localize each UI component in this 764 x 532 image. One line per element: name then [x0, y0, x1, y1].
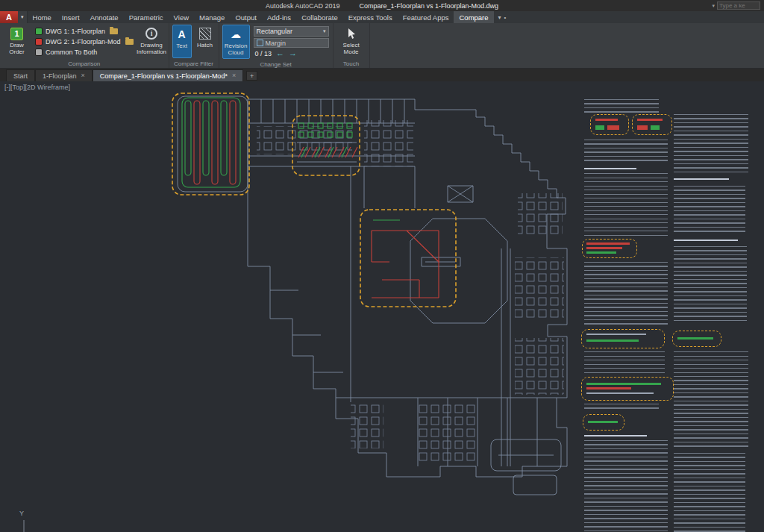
revision-cloud-marker[interactable]	[590, 114, 629, 135]
added-text-mark	[588, 421, 618, 423]
drawing-canvas[interactable]: [-][Top][2D Wireframe]	[0, 81, 764, 532]
menu-tab-compare[interactable]: Compare	[454, 11, 493, 23]
dwg2-label: DWG 2: 1-Floorplan-Mod	[46, 38, 121, 46]
revision-cloud-marker[interactable]	[581, 329, 665, 348]
previous-change-button[interactable]: ←	[276, 49, 284, 57]
menu-tab-annotate[interactable]: Annotate	[85, 11, 124, 23]
menu-tab-addins[interactable]: Add-ins	[262, 11, 296, 23]
added-text-mark	[677, 337, 713, 339]
draw-order-label: Draw Order	[4, 42, 30, 55]
change-set-controls: Rectangular ▾ Margin 0 / 13 ← →	[253, 25, 330, 59]
revision-cloud-button[interactable]: ☁ Revision Cloud	[222, 25, 250, 59]
removed-text-mark	[637, 125, 648, 130]
removed-text-mark	[637, 119, 663, 121]
search-input[interactable]	[717, 1, 760, 10]
info-icon: i	[145, 28, 157, 40]
close-tab-icon[interactable]: ×	[81, 72, 85, 79]
autocad-logo[interactable]: A	[0, 11, 18, 23]
menu-tab-parametric[interactable]: Parametric	[124, 11, 169, 23]
revision-cloud-marker[interactable]	[581, 377, 674, 401]
common-color-swatch[interactable]	[35, 48, 43, 56]
dwg1-color-swatch[interactable]	[35, 28, 43, 35]
file-tab-compare[interactable]: Compare_1-Floorplan vs 1-Floorplan-Mod* …	[93, 69, 243, 81]
dwg2-row[interactable]: DWG 2: 1-Floorplan-Mod	[35, 37, 134, 46]
removed-text-mark	[586, 387, 631, 389]
dwg1-folder-icon[interactable]	[110, 28, 118, 34]
note-heading	[674, 178, 729, 180]
panel-label-touch[interactable]: Touch	[334, 60, 369, 68]
file-tab-compare-label: Compare_1-Floorplan vs 1-Floorplan-Mod*	[100, 72, 228, 80]
note-block	[584, 173, 668, 236]
revision-cloud-marker[interactable]	[672, 331, 721, 347]
note-block	[674, 114, 748, 172]
search-caret-icon[interactable]: ▾	[712, 3, 715, 9]
dwg2-color-swatch[interactable]	[35, 38, 43, 46]
panel-comparison: 1 Draw Order DWG 1: 1-Floorplan DWG 2: 1…	[0, 23, 169, 68]
note-block	[584, 440, 668, 531]
ribbon-pin-icon[interactable]: •	[504, 14, 507, 21]
menu-tab-home[interactable]: Home	[28, 11, 57, 23]
drawing-information-button[interactable]: i Drawing Information	[138, 25, 166, 58]
added-text-mark	[651, 125, 660, 130]
revision-cloud-marker[interactable]	[632, 114, 672, 135]
ribbon-tab-bar: A ▾ Home Insert Annotate Parametric View…	[0, 11, 764, 23]
menu-tab-featured-apps[interactable]: Featured Apps	[398, 11, 454, 23]
dwg1-label: DWG 1: 1-Floorplan	[46, 28, 105, 35]
new-tab-button[interactable]: +	[246, 71, 257, 81]
dwg1-row[interactable]: DWG 1: 1-Floorplan	[35, 26, 134, 36]
panel-touch: Select Mode Touch	[334, 23, 370, 68]
cursor-icon	[346, 28, 357, 40]
ribbon-collapse-icon[interactable]: ▾	[498, 14, 501, 21]
note-line	[586, 392, 654, 394]
menu-tab-manage[interactable]: Manage	[194, 11, 230, 23]
ribbon: 1 Draw Order DWG 1: 1-Floorplan DWG 2: 1…	[0, 23, 764, 69]
select-mode-button[interactable]: Select Mode	[336, 25, 366, 58]
dwg2-folder-icon[interactable]	[125, 39, 134, 45]
titlebar: Autodesk AutoCAD 2019 Compare_1-Floorpla…	[0, 0, 764, 11]
note-block	[674, 246, 747, 322]
revision-cloud-label: Revision Cloud	[224, 43, 248, 56]
file-tab-floorplan[interactable]: 1-Floorplan ×	[35, 69, 93, 81]
draw-order-button[interactable]: 1 Draw Order	[3, 25, 31, 58]
menu-tab-insert[interactable]: Insert	[57, 11, 85, 23]
menu-tab-express-tools[interactable]: Express Tools	[343, 11, 398, 23]
compare-layer-list: DWG 1: 1-Floorplan DWG 2: 1-Floorplan-Mo…	[34, 25, 135, 58]
change-set-navigator: 0 / 13 ← →	[254, 49, 329, 57]
added-text-mark	[586, 383, 661, 385]
note-heading	[674, 240, 738, 241]
note-block	[674, 351, 748, 447]
note-line	[586, 334, 646, 335]
file-tab-start[interactable]: Start	[6, 69, 35, 81]
removed-text-mark	[586, 247, 622, 249]
menu-tab-output[interactable]: Output	[230, 11, 262, 23]
panel-compare-filter: A Text Hatch Compare Filter	[169, 23, 219, 68]
file-tab-start-label: Start	[13, 72, 28, 80]
panel-label-comparison[interactable]: Comparison	[0, 60, 169, 68]
menu-tab-view[interactable]: View	[169, 11, 194, 23]
filter-hatch-button[interactable]: Hatch	[195, 25, 216, 58]
filter-text-button[interactable]: A Text	[172, 25, 192, 58]
margin-field[interactable]: Margin	[254, 38, 329, 48]
note-block	[584, 404, 659, 411]
note-block	[584, 140, 668, 163]
removed-text-mark	[607, 125, 619, 130]
close-tab-icon[interactable]: ×	[232, 72, 236, 79]
margin-label: Margin	[266, 40, 286, 47]
added-text-mark	[586, 251, 616, 254]
revision-cloud-marker[interactable]	[583, 414, 624, 431]
margin-icon	[257, 40, 263, 46]
app-menu-caret-icon[interactable]: ▾	[18, 11, 28, 23]
note-block	[674, 186, 745, 232]
panel-label-change-set[interactable]: Change Set	[219, 60, 333, 68]
common-to-both-row[interactable]: Common To Both	[35, 47, 134, 57]
next-change-button[interactable]: →	[289, 49, 297, 57]
revision-cloud-marker[interactable]	[582, 239, 637, 258]
cloud-shape-dropdown[interactable]: Rectangular ▾	[254, 26, 329, 37]
panel-label-compare-filter[interactable]: Compare Filter	[169, 60, 219, 68]
drawing-information-label: Drawing Information	[137, 42, 166, 55]
added-text-mark	[595, 125, 604, 130]
menu-tab-collaborate[interactable]: Collaborate	[296, 11, 343, 23]
revision-cloud-icon: ☁	[231, 29, 241, 40]
change-set-counter: 0 / 13	[255, 50, 272, 57]
document-title: Compare_1-Floorplan vs 1-Floorplan-Mod.d…	[359, 2, 498, 10]
